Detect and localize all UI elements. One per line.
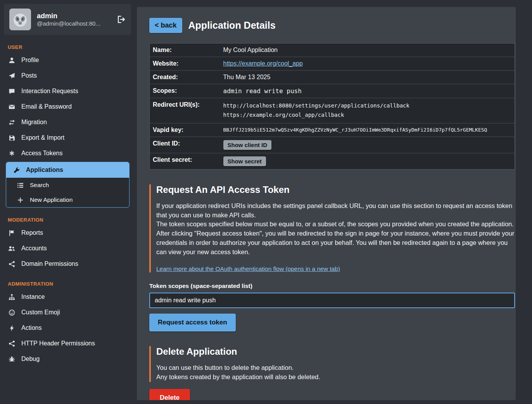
- delete-application-section: Delete Application You can use this butt…: [149, 346, 515, 382]
- back-button[interactable]: < back: [149, 18, 182, 33]
- bolt-icon: [8, 325, 16, 331]
- sidebar-item-accounts[interactable]: Accounts: [0, 241, 134, 256]
- smile-icon: [8, 309, 16, 316]
- sidebar-item-reports[interactable]: Reports: [0, 225, 134, 241]
- request-token-paragraph: The token scopes specified below must be…: [156, 220, 515, 229]
- redirect-uris-value: http://localhost:8080/settings/user/appl…: [223, 98, 515, 123]
- sidebar-item-profile[interactable]: Profile: [0, 52, 134, 68]
- row-label: Scopes:: [150, 84, 223, 98]
- sidebar-item-label: HTTP Header Permissions: [21, 340, 95, 347]
- scopes-value: admin read write push: [223, 84, 515, 98]
- paper-plane-icon: [8, 73, 16, 79]
- vapid-key-value: BBJffJ219b5iE512m7wQSzv4KgKDhgZZVzNyWC_r…: [223, 123, 515, 137]
- bug-icon: [8, 356, 16, 362]
- sidebar-item-label: Domain Permissions: [21, 260, 78, 267]
- sidebar-item-label: Debug: [21, 355, 40, 362]
- comment-icon: [8, 88, 16, 95]
- row-label: Vapid key:: [150, 123, 223, 137]
- row-label: Redirect URI(s):: [150, 98, 223, 123]
- request-token-title: Request An API Access Token: [156, 184, 515, 195]
- app-name-value: My Cool Application: [223, 43, 515, 57]
- envelope-icon: [8, 104, 16, 110]
- sidebar-item-label: Reports: [21, 229, 43, 236]
- wrench-icon: [12, 167, 20, 173]
- sidebar-item-label: Interaction Requests: [21, 88, 78, 95]
- flag-icon: [8, 230, 16, 236]
- sidebar-item-label: Applications: [26, 166, 63, 173]
- sidebar-item-debug[interactable]: Debug: [0, 351, 134, 367]
- sidebar-item-migration[interactable]: Migration: [0, 114, 134, 130]
- delete-application-text: Any tokens created by the application wi…: [156, 373, 515, 382]
- table-row-redirect-uris: Redirect URI(s): http://localhost:8080/s…: [150, 98, 515, 123]
- token-scopes-label: Token scopes (space-separated list): [149, 283, 515, 290]
- request-access-token-button[interactable]: Request access token: [149, 314, 236, 331]
- sidebar-item-custom-emoji[interactable]: Custom Emoji: [0, 305, 134, 320]
- application-details-table: Name: My Cool Application Website: https…: [149, 43, 515, 170]
- show-secret-button[interactable]: Show secret: [223, 156, 266, 166]
- sidebar-item-instance[interactable]: Instance: [0, 289, 134, 305]
- sloth-avatar: [9, 9, 31, 30]
- share-nodes-icon: [8, 261, 16, 267]
- table-row-created: Created: Thu Mar 13 2025: [150, 71, 515, 84]
- floppy-icon: [8, 135, 16, 141]
- sidebar-item-posts[interactable]: Posts: [0, 68, 134, 83]
- delete-application-title: Delete Application: [156, 346, 515, 357]
- sidebar-item-label: Posts: [21, 72, 37, 79]
- show-client-id-button[interactable]: Show client ID: [223, 140, 272, 150]
- sidebar-item-applications[interactable]: Applications: [6, 162, 129, 178]
- sidebar-item-label: Search: [30, 182, 49, 189]
- section-label-administration: ADMINISTRATION: [8, 281, 134, 287]
- delete-application-text: You can use this button to delete the ap…: [156, 363, 515, 373]
- row-label: Client secret:: [150, 153, 223, 169]
- sidebar-item-label: Instance: [21, 293, 45, 300]
- sidebar-item-access-tokens[interactable]: Access Tokens: [0, 146, 134, 161]
- user-card[interactable]: admin @admin@localhost:80...: [4, 4, 131, 35]
- users-icon: [8, 245, 16, 252]
- row-label: Created:: [150, 71, 223, 84]
- redirect-uri-1: http://localhost:8080/settings/user/appl…: [223, 101, 511, 111]
- sidebar-item-actions[interactable]: Actions: [0, 320, 134, 336]
- created-value: Thu Mar 13 2025: [223, 71, 515, 84]
- main-panel: < back Application Details Name: My Cool…: [137, 7, 516, 400]
- sidebar-item-http-header-permissions[interactable]: HTTP Header Permissions: [0, 336, 134, 351]
- sidebar-item-label: Actions: [21, 324, 41, 331]
- table-row-client-secret: Client secret: Show secret: [150, 153, 515, 169]
- section-label-user: USER: [8, 44, 134, 50]
- share-nodes-icon: [8, 340, 16, 347]
- sidebar-subitem-search[interactable]: Search: [6, 178, 129, 192]
- sidebar-item-domain-permissions[interactable]: Domain Permissions: [0, 256, 134, 272]
- request-token-section: Request An API Access Token If your appl…: [149, 184, 515, 273]
- page-title: Application Details: [188, 20, 276, 31]
- table-row-scopes: Scopes: admin read write push: [150, 84, 515, 98]
- request-token-paragraph: If your application redirect URIs includ…: [156, 201, 515, 220]
- table-row-name: Name: My Cool Application: [150, 43, 515, 57]
- table-row-client-id: Client ID: Show client ID: [150, 137, 515, 153]
- sidebar: admin @admin@localhost:80... USER Profil…: [0, 0, 134, 404]
- page-header: < back Application Details: [149, 18, 515, 33]
- sidebar-item-label: Migration: [21, 119, 47, 126]
- table-row-vapid-key: Vapid key: BBJffJ219b5iE512m7wQSzv4KgKDh…: [150, 123, 515, 137]
- user-handle: @admin@localhost:80...: [37, 20, 111, 27]
- token-scopes-input[interactable]: [149, 293, 515, 308]
- sign-out-icon[interactable]: [117, 16, 125, 23]
- section-label-moderation: MODERATION: [8, 217, 134, 223]
- arrows-left-right-icon: [8, 119, 16, 126]
- oauth-docs-link[interactable]: Learn more about the OAuth authenticatio…: [156, 265, 340, 272]
- sidebar-item-label: Accounts: [21, 245, 47, 252]
- delete-button[interactable]: Delete: [149, 389, 190, 400]
- sidebar-item-label: New Application: [30, 196, 73, 203]
- website-link[interactable]: https://example.org/cool_app: [223, 60, 303, 67]
- sidebar-subitem-new-application[interactable]: New Application: [6, 192, 129, 207]
- sidebar-item-email-password[interactable]: Email & Password: [0, 99, 134, 114]
- sidebar-item-export-import[interactable]: Export & Import: [0, 130, 134, 146]
- sidebar-item-label: Custom Emoji: [21, 309, 60, 316]
- sidebar-item-label: Email & Password: [21, 103, 72, 110]
- sidebar-item-label: Export & Import: [21, 134, 64, 141]
- row-label: Client ID:: [150, 137, 223, 153]
- sidebar-item-label: Profile: [21, 57, 39, 64]
- user-icon: [8, 57, 16, 64]
- sidebar-item-interaction-requests[interactable]: Interaction Requests: [0, 83, 134, 99]
- user-meta: admin @admin@localhost:80...: [37, 12, 111, 27]
- redirect-uri-2: https://example.org/cool_app/callback: [223, 111, 511, 120]
- sidebar-item-label: Access Tokens: [21, 150, 62, 157]
